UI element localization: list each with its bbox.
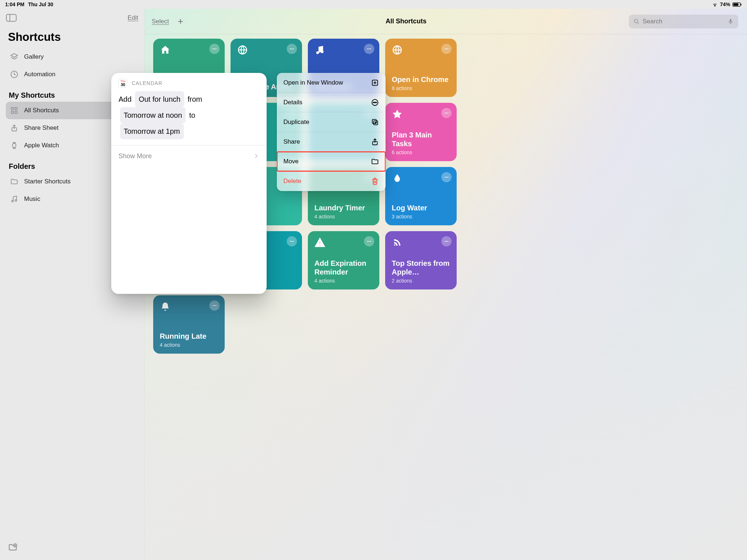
tile-subtitle: 4 actions xyxy=(314,214,373,219)
mic-icon[interactable] xyxy=(727,18,734,25)
calendar-icon: Thu 30 xyxy=(119,79,127,88)
context-menu-item-delete[interactable]: Delete xyxy=(277,171,386,191)
svg-point-84 xyxy=(375,102,375,102)
shortcut-tile[interactable]: Log Water 3 actions xyxy=(385,167,457,225)
shortcut-preview-popover: Thu 30 CALENDAR Add Out for lunch from T… xyxy=(111,73,267,294)
tile-more-button[interactable] xyxy=(441,44,452,54)
tile-more-button[interactable] xyxy=(287,236,297,246)
svg-point-31 xyxy=(367,48,368,50)
svg-point-76 xyxy=(213,305,214,306)
svg-point-59 xyxy=(445,177,446,178)
svg-rect-7 xyxy=(11,108,13,110)
popover-app-label: CALENDAR xyxy=(132,80,162,86)
search-field[interactable] xyxy=(629,15,738,28)
svg-point-75 xyxy=(448,241,449,242)
tile-more-button[interactable] xyxy=(441,172,452,182)
add-shortcut-button[interactable]: + xyxy=(178,16,183,27)
tile-title: Log Water xyxy=(392,203,450,212)
popover-token-title[interactable]: Out for lunch xyxy=(135,91,184,107)
watch-icon xyxy=(9,141,19,150)
svg-point-36 xyxy=(446,48,447,50)
tile-more-button[interactable] xyxy=(209,300,220,311)
tile-subtitle: 4 actions xyxy=(160,342,218,348)
context-menu-item-open-in-new-window[interactable]: Open in New Window xyxy=(277,73,386,93)
svg-point-35 xyxy=(445,48,446,50)
wifi-icon xyxy=(712,1,718,7)
folder-icon xyxy=(371,158,379,166)
svg-point-66 xyxy=(291,241,293,242)
svg-rect-10 xyxy=(15,111,17,113)
folder-icon xyxy=(9,177,19,186)
svg-point-23 xyxy=(214,48,215,50)
svg-point-65 xyxy=(290,241,291,242)
search-input[interactable] xyxy=(643,18,724,25)
svg-point-71 xyxy=(369,241,370,242)
context-menu-item-details[interactable]: Details xyxy=(277,93,386,112)
svg-rect-8 xyxy=(15,108,17,110)
trash-icon xyxy=(371,177,379,185)
svg-point-78 xyxy=(216,305,217,306)
tile-subtitle: 3 actions xyxy=(392,214,450,219)
tile-title: Open in Chrome xyxy=(392,75,450,84)
svg-rect-20 xyxy=(730,19,732,22)
select-button[interactable]: Select xyxy=(152,18,169,25)
shortcut-tile[interactable]: Top Stories from Apple… 2 actions xyxy=(385,231,457,289)
show-more-button[interactable]: Show More xyxy=(111,145,267,167)
share-icon xyxy=(9,123,19,133)
tile-subtitle: 2 actions xyxy=(392,278,450,284)
tile-more-button[interactable] xyxy=(209,44,220,54)
shortcut-tile[interactable]: Running Late 4 actions xyxy=(153,295,225,354)
status-time: 1:04 PM xyxy=(5,1,24,7)
shortcut-tile[interactable]: Add Expiration Reminder 4 actions xyxy=(308,231,379,289)
svg-rect-3 xyxy=(741,4,742,5)
svg-point-30 xyxy=(321,50,324,53)
chevron-right-icon xyxy=(253,153,259,159)
context-menu-item-duplicate[interactable]: Duplicate xyxy=(277,112,386,132)
svg-rect-4 xyxy=(7,15,16,22)
battery-icon xyxy=(732,2,742,7)
popover-token-start[interactable]: Tomorrow at noon xyxy=(120,107,186,123)
svg-point-77 xyxy=(214,305,215,306)
popover-token-end[interactable]: Tomorrow at 1pm xyxy=(120,123,184,139)
svg-point-33 xyxy=(370,48,371,50)
plus-square-icon xyxy=(371,79,379,87)
show-more-label: Show More xyxy=(119,152,152,160)
svg-point-24 xyxy=(216,48,217,50)
context-menu-item-share[interactable]: Share xyxy=(277,132,386,152)
svg-point-29 xyxy=(316,51,319,54)
shortcut-tile[interactable]: Plan 3 Main Tasks 6 actions xyxy=(385,103,457,161)
nav-gallery[interactable]: Gallery xyxy=(6,48,138,66)
svg-point-69 xyxy=(320,244,321,245)
tile-more-button[interactable] xyxy=(441,108,452,118)
svg-point-74 xyxy=(446,241,447,242)
svg-point-28 xyxy=(293,48,294,50)
svg-point-60 xyxy=(446,177,447,178)
tile-title: Running Late xyxy=(160,332,218,341)
tile-more-button[interactable] xyxy=(287,44,297,54)
edit-button[interactable]: Edit xyxy=(128,14,138,22)
svg-point-18 xyxy=(634,19,638,23)
status-date: Thu Jul 30 xyxy=(28,1,53,7)
svg-rect-68 xyxy=(320,241,321,244)
svg-point-61 xyxy=(448,177,449,178)
music-icon xyxy=(9,194,19,204)
duplicate-icon xyxy=(371,118,379,126)
tile-more-button[interactable] xyxy=(364,44,374,54)
tile-more-button[interactable] xyxy=(364,236,374,246)
sidebar-toggle-icon[interactable] xyxy=(6,14,17,22)
tile-more-button[interactable] xyxy=(441,236,452,246)
sidebar-title: Shortcuts xyxy=(6,31,138,44)
share-icon xyxy=(371,138,379,146)
add-folder-icon[interactable] xyxy=(8,542,136,552)
sidebar-item-label: Apple Watch xyxy=(24,142,59,149)
tile-title: Laundry Timer xyxy=(314,203,373,212)
svg-point-26 xyxy=(290,48,291,50)
context-menu-item-label: Open in New Window xyxy=(283,79,343,86)
tile-subtitle: 4 actions xyxy=(314,278,373,284)
context-menu-item-label: Share xyxy=(283,138,300,145)
popover-text: Add xyxy=(119,95,132,103)
shortcut-tile[interactable]: Open in Chrome 8 actions xyxy=(385,39,457,97)
context-menu-item-move[interactable]: Move xyxy=(277,152,386,171)
tile-subtitle: 6 actions xyxy=(392,149,450,155)
status-battery-percent: 74% xyxy=(720,1,730,7)
